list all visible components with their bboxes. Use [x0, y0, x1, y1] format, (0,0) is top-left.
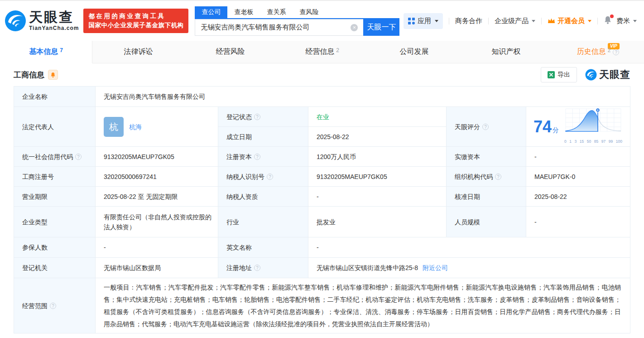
tab-legal-proceedings[interactable]: 法律诉讼: [92, 41, 184, 63]
chevron-down-icon: [435, 20, 438, 22]
tianyancha-logo[interactable]: 天眼查 TianYanCha.com: [5, 10, 79, 32]
apps-menu[interactable]: 应用: [404, 13, 443, 29]
vip-label: 开通会员: [557, 17, 585, 25]
avatar[interactable]: 杭: [104, 117, 124, 137]
help-icon[interactable]: [254, 114, 260, 120]
score-distribution-chart: 01 315 5085 9799 100: [564, 107, 622, 146]
tab-basic-info[interactable]: 基本信息 7: [0, 41, 92, 63]
field-label: 纳税人资质: [218, 187, 308, 207]
field-label: 法定代表人: [14, 107, 96, 147]
field-label: 企业类型: [14, 207, 96, 237]
help-icon[interactable]: [482, 124, 489, 130]
tab-label: 历史信息: [577, 47, 606, 57]
help-icon[interactable]: [75, 154, 82, 160]
establish-date-value: 2025-08-22: [308, 127, 447, 147]
nearby-companies-link[interactable]: 附近公司: [423, 263, 448, 273]
tab-company-development[interactable]: 公司发展: [368, 41, 460, 63]
score-cell: 74分: [526, 107, 630, 147]
logo-title: 天眼查: [29, 10, 79, 24]
tab-label: 基本信息: [29, 47, 58, 57]
username-label: 费米: [616, 17, 630, 25]
tab-count: 2: [608, 47, 611, 53]
search-tab-relation[interactable]: 查关系: [260, 6, 293, 18]
field-label: 人员规模: [447, 207, 526, 237]
legal-rep-link[interactable]: 杭海: [129, 122, 142, 132]
notification-dot: [610, 14, 614, 18]
tab-operating-info[interactable]: 经营信息 2: [276, 41, 368, 63]
field-label: 组织机构代码: [447, 167, 526, 187]
enterprise-label: 企业级产品: [495, 17, 529, 25]
company-name-value: 无锡安吉尚奥汽车销售服务有限公司: [96, 87, 630, 107]
tianyancha-logo-icon: [585, 69, 597, 81]
divider: [449, 18, 449, 24]
reg-address-value: 无锡市锡山区安镇街道先锋中路25-8 附近公司: [308, 258, 630, 278]
excel-icon: [548, 71, 555, 78]
field-label: 成立日期: [218, 127, 308, 147]
search-input[interactable]: [195, 19, 363, 36]
field-label: 纳税人识别号: [218, 167, 308, 187]
tab-count: 2: [336, 47, 339, 53]
credit-code-value: 91320205MAEUP7GK05: [96, 147, 218, 167]
business-info-table: 企业名称 无锡安吉尚奥汽车销售服务有限公司 法定代表人 杭 杭海 登记状态 在业…: [14, 86, 630, 333]
field-label: 实缴资本: [447, 147, 526, 167]
help-icon[interactable]: [254, 265, 260, 271]
field-label: 英文名称: [218, 237, 308, 258]
search-box: 查公司 查老板 查关系 查风险 天眼一下: [195, 6, 399, 36]
tab-label: 公司发展: [400, 47, 429, 57]
watermark-logo: 天眼查: [585, 68, 630, 82]
apps-grid-icon: [408, 18, 415, 24]
company-type-value: 有限责任公司（非自然人投资或控股的法人独资）: [96, 207, 218, 237]
paid-capital-value: -: [526, 147, 630, 167]
staff-size-value: -: [526, 207, 630, 237]
bell-icon: [50, 72, 56, 78]
export-button[interactable]: 导出: [541, 67, 577, 82]
help-icon[interactable]: [254, 154, 260, 160]
business-cooperation-link[interactable]: 商务合作: [455, 17, 482, 25]
header-menu: 应用 商务合作 企业级产品 开通会员: [404, 13, 637, 29]
search-tab-boss[interactable]: 查老板: [227, 6, 260, 18]
help-icon[interactable]: [50, 303, 56, 309]
clear-search-icon[interactable]: [351, 24, 358, 31]
tab-intellectual-property[interactable]: 知识产权: [460, 41, 552, 63]
field-label: 天眼评分: [447, 107, 526, 147]
divider: [597, 18, 598, 24]
field-label: 营业期限: [14, 187, 96, 207]
help-icon[interactable]: [613, 49, 619, 55]
slogan-banner: 都在用的商业查询工具 国家中小企业发展子基金旗下机构: [83, 9, 188, 33]
field-label: 登记机关: [14, 258, 96, 278]
tab-label: 经营信息: [305, 47, 334, 57]
open-vip-menu[interactable]: 开通会员: [548, 17, 591, 25]
help-icon[interactable]: [267, 174, 273, 180]
tab-label: 经营风险: [216, 47, 245, 57]
field-label: 注册资本: [218, 147, 308, 167]
slogan-line2: 国家中小企业发展子基金旗下机构: [88, 21, 183, 30]
search-tab-risk[interactable]: 查风险: [293, 6, 325, 18]
field-label: 经营范围: [14, 278, 96, 333]
user-menu[interactable]: 费米: [616, 17, 637, 25]
english-name-value: -: [308, 237, 630, 258]
apps-label: 应用: [418, 17, 431, 25]
search-tab-company[interactable]: 查公司: [195, 6, 227, 18]
logo-subtitle: TianYanCha.com: [29, 25, 79, 31]
notifications-bell[interactable]: [604, 16, 612, 26]
search-button[interactable]: 天眼一下: [363, 19, 399, 36]
enterprise-products-menu[interactable]: 企业级产品: [495, 17, 535, 25]
field-label: 参保人数: [14, 237, 96, 258]
top-header: 天眼查 TianYanCha.com 都在用的商业查询工具 国家中小企业发展子基…: [0, 1, 644, 41]
slogan-line1: 都在用的商业查询工具: [88, 12, 183, 21]
reg-authority-value: 无锡市锡山区数据局: [96, 258, 218, 278]
tab-history-info[interactable]: VIP 历史信息 2: [552, 41, 644, 63]
business-scope-value: 一般项目：汽车销售；汽车零配件批发；汽车零配件零售；新能源汽车整车销售；机动车修…: [96, 278, 630, 333]
field-label: 企业名称: [14, 87, 96, 107]
search-tabs: 查公司 查老板 查关系 查风险: [195, 6, 399, 19]
field-label: 登记状态: [218, 107, 308, 127]
tab-label: 知识产权: [492, 47, 521, 57]
monitor-bell-button[interactable]: [48, 70, 58, 80]
score-unit: 分: [553, 126, 559, 134]
business-info-section-bar: 工商信息 导出 天眼查: [0, 63, 644, 86]
business-term-value: 2025-08-22 至 无固定期限: [96, 187, 218, 207]
taxpayer-quality-value: -: [308, 187, 447, 207]
tab-operating-risk[interactable]: 经营风险: [184, 41, 276, 63]
help-icon[interactable]: [495, 174, 501, 180]
org-code-value: MAEUP7GK-0: [526, 167, 630, 187]
